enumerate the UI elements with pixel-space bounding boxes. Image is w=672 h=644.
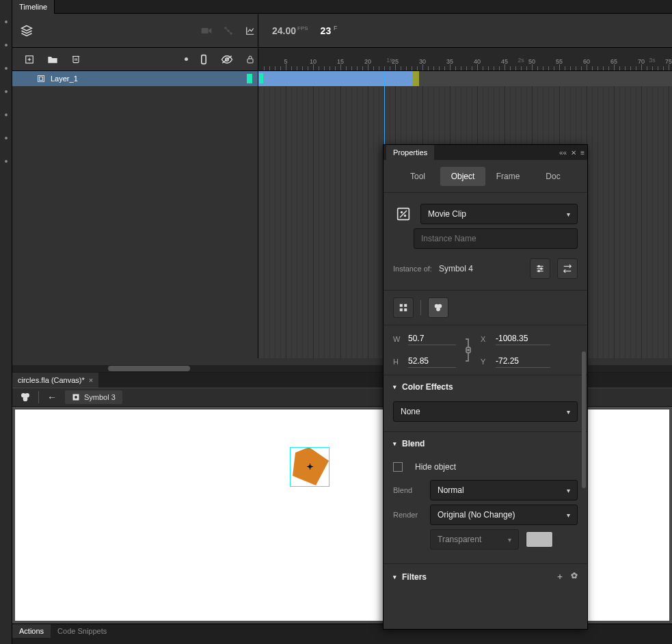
- y-input[interactable]: -72.25: [496, 355, 550, 368]
- blend-mode-dropdown[interactable]: Normal▾: [430, 480, 578, 500]
- svg-rect-40: [404, 308, 407, 311]
- chevron-down-icon: ▾: [567, 511, 570, 519]
- fps-display[interactable]: 24.00FPS: [272, 25, 308, 36]
- blend-header[interactable]: ▾ Blend: [384, 431, 587, 455]
- delete-layer-button[interactable]: [68, 52, 83, 67]
- break-apart-button[interactable]: [393, 297, 414, 318]
- properties-subtabs: Tool Object Frame Doc: [384, 160, 587, 193]
- instance-type-dropdown[interactable]: Movie Clip▾: [420, 204, 578, 224]
- tab-code-snippets[interactable]: Code Snippets: [51, 624, 113, 638]
- tab-frame[interactable]: Frame: [485, 167, 530, 186]
- registration-point-icon: [307, 464, 314, 470]
- instance-options-button[interactable]: [530, 258, 550, 279]
- chevron-down-icon: ▾: [393, 440, 397, 447]
- svg-marker-2: [209, 28, 211, 33]
- graph-icon[interactable]: [221, 23, 236, 38]
- highlight-dot-icon[interactable]: [185, 57, 188, 61]
- filters-header[interactable]: ▾ Filters ＋ ✿: [384, 563, 587, 589]
- width-input[interactable]: 50.7: [408, 332, 456, 345]
- svg-rect-13: [202, 55, 206, 64]
- render-label: Render: [393, 511, 423, 519]
- height-label: H: [393, 358, 403, 366]
- scene-icon[interactable]: [18, 390, 33, 405]
- chevron-down-icon: ▾: [393, 574, 397, 580]
- svg-point-45: [468, 349, 469, 351]
- chevron-down-icon: ▾: [393, 384, 397, 390]
- timeline-ruler[interactable]: 510152025303540455055606570751s2s3s: [258, 48, 672, 70]
- svg-marker-0: [22, 25, 32, 31]
- hide-object-checkbox[interactable]: [393, 462, 403, 472]
- breadcrumb-label: Symbol 3: [84, 393, 116, 401]
- chevron-down-icon: ▾: [567, 211, 570, 218]
- transparent-dropdown: Transparent▾: [430, 529, 519, 550]
- visibility-icon[interactable]: [219, 52, 234, 67]
- layer-list: Layer_1: [12, 71, 258, 358]
- outline-icon[interactable]: [196, 52, 211, 67]
- link-wh-icon[interactable]: [461, 338, 475, 362]
- lock-icon[interactable]: [243, 52, 258, 67]
- layer-color-swatch[interactable]: [247, 74, 252, 83]
- tab-object[interactable]: Object: [440, 167, 485, 186]
- camera-icon[interactable]: [199, 23, 214, 38]
- width-label: W: [393, 335, 403, 343]
- layer-icon: [37, 75, 45, 83]
- symbol-icon: [72, 393, 80, 401]
- left-toolstrip: [0, 0, 12, 644]
- properties-panel: Properties «« ✕ ≡ Tool Object Frame Doc …: [383, 144, 588, 630]
- close-icon[interactable]: ✕: [571, 149, 576, 157]
- tab-doc[interactable]: Doc: [530, 167, 576, 186]
- x-label: X: [481, 335, 490, 343]
- height-input[interactable]: 52.85: [408, 355, 456, 368]
- chart-icon[interactable]: [243, 23, 258, 38]
- render-dropdown[interactable]: Original (No Change)▾: [430, 505, 578, 525]
- current-frame-display[interactable]: 23 F: [321, 25, 338, 36]
- layer-name[interactable]: Layer_1: [51, 75, 78, 83]
- svg-point-43: [436, 307, 440, 311]
- properties-tab[interactable]: Properties: [386, 145, 434, 160]
- new-layer-button[interactable]: [22, 52, 37, 67]
- timeline-tab[interactable]: Timeline: [12, 0, 55, 14]
- chevron-down-icon: ▾: [567, 487, 570, 494]
- svg-rect-38: [404, 304, 407, 307]
- filter-options-button[interactable]: ✿: [571, 571, 578, 582]
- svg-rect-18: [40, 77, 43, 81]
- svg-point-21: [23, 397, 28, 401]
- color-effects-header[interactable]: ▾ Color Effects: [384, 375, 587, 399]
- hide-object-label: Hide object: [415, 462, 456, 472]
- svg-line-7: [229, 31, 230, 33]
- svg-rect-37: [400, 304, 403, 307]
- layers-icon[interactable]: [19, 23, 34, 38]
- tab-tool[interactable]: Tool: [395, 167, 440, 186]
- svg-point-34: [538, 270, 539, 271]
- layer-track[interactable]: [258, 71, 672, 86]
- close-icon[interactable]: ×: [89, 373, 93, 388]
- document-tab[interactable]: circles.fla (Canvas)* ×: [12, 373, 98, 388]
- color-effect-dropdown[interactable]: None▾: [393, 401, 578, 422]
- svg-line-6: [226, 29, 228, 30]
- breadcrumb-symbol[interactable]: Symbol 3: [65, 390, 122, 404]
- panel-menu-icon[interactable]: ≡: [580, 149, 584, 157]
- svg-rect-17: [38, 76, 44, 82]
- layer-row[interactable]: Layer_1: [12, 71, 258, 86]
- new-folder-button[interactable]: [45, 52, 60, 67]
- svg-point-26: [401, 211, 403, 213]
- collapse-icon[interactable]: ««: [559, 149, 567, 157]
- blend-label: Blend: [393, 486, 423, 494]
- instance-name-input[interactable]: [414, 228, 578, 249]
- svg-point-33: [541, 268, 542, 269]
- chevron-down-icon: ▾: [508, 536, 511, 544]
- add-filter-button[interactable]: ＋: [556, 571, 564, 582]
- tab-actions[interactable]: Actions: [12, 624, 51, 638]
- properties-scrollbar[interactable]: [582, 351, 586, 488]
- transparent-color-swatch: [526, 531, 553, 548]
- swap-symbol-button[interactable]: [557, 258, 578, 279]
- svg-rect-1: [202, 28, 209, 33]
- svg-point-32: [538, 265, 539, 267]
- instance-of-value[interactable]: Symbol 4: [439, 264, 473, 273]
- chevron-down-icon: ▾: [567, 408, 570, 416]
- x-input[interactable]: -1008.35: [496, 332, 550, 345]
- svg-rect-16: [247, 59, 253, 63]
- document-tab-title: circles.fla (Canvas)*: [18, 373, 85, 388]
- edit-symbol-button[interactable]: [428, 297, 448, 318]
- back-button[interactable]: ←: [44, 390, 59, 405]
